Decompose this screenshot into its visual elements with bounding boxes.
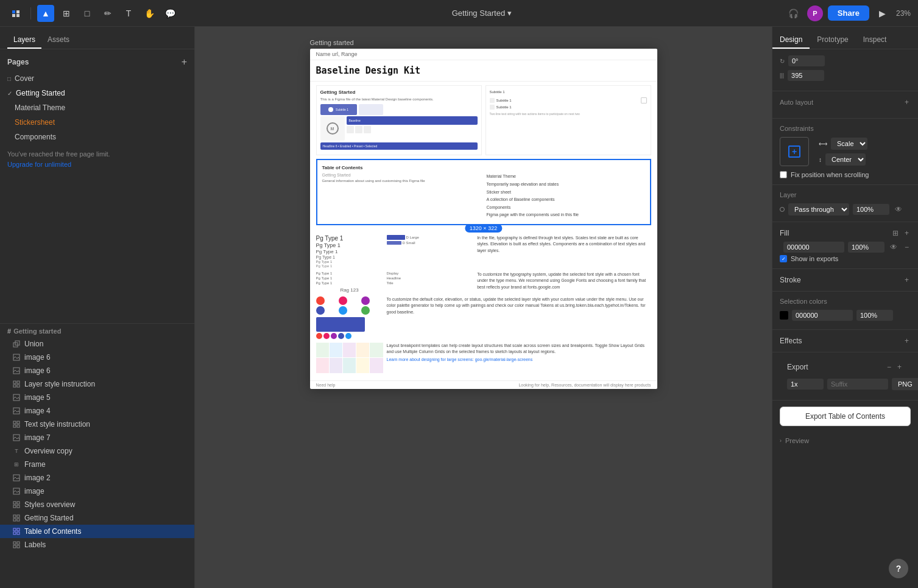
export-suffix-input[interactable] bbox=[827, 379, 888, 390]
canvas[interactable]: Getting started Name url, Range Baseline… bbox=[195, 27, 772, 588]
fill-visibility-btn[interactable]: 👁 bbox=[888, 242, 899, 252]
show-in-exports-checkbox[interactable] bbox=[780, 255, 787, 262]
fix-position-checkbox[interactable] bbox=[780, 171, 787, 178]
layout-link: Learn more about designing for large scr… bbox=[387, 357, 651, 362]
constraints-content: ⟷ Scale ↕ Center bbox=[780, 137, 911, 166]
export-format-select[interactable]: PNG bbox=[892, 378, 918, 390]
layer-name: Union bbox=[24, 340, 187, 348]
layer-name: image 6 bbox=[24, 353, 187, 362]
page-item-cover[interactable]: □ Cover bbox=[0, 71, 194, 86]
hand-tool-button[interactable]: ✋ bbox=[141, 5, 158, 22]
main-menu-button[interactable] bbox=[7, 5, 24, 22]
fill-color-input[interactable] bbox=[783, 242, 844, 253]
upgrade-link[interactable]: Upgrade for unlimited bbox=[7, 161, 71, 168]
free-limit-text: You've reached the free page limit. bbox=[7, 150, 110, 158]
size-input[interactable] bbox=[788, 70, 824, 81]
auto-layout-add[interactable]: + bbox=[903, 97, 911, 107]
export-table-of-contents-button[interactable]: Export Table of Contents bbox=[780, 407, 911, 426]
text-icon: T bbox=[12, 447, 21, 455]
layer-image[interactable]: image bbox=[0, 485, 194, 498]
stroke-add-btn[interactable]: + bbox=[903, 275, 911, 285]
export-scale-input[interactable] bbox=[787, 379, 824, 390]
headphone-button[interactable]: 🎧 bbox=[785, 5, 802, 22]
fill-remove-btn[interactable]: − bbox=[903, 242, 911, 252]
gs-icon-2 bbox=[355, 126, 362, 133]
shape-tool-button[interactable]: □ bbox=[79, 5, 96, 22]
layer-image6-2[interactable]: image 6 bbox=[0, 364, 194, 377]
col-7 bbox=[330, 358, 342, 373]
text-tool-button[interactable]: T bbox=[120, 5, 137, 22]
export-plus-btn[interactable]: + bbox=[895, 362, 903, 372]
layer-table-of-contents[interactable]: Table of Contents bbox=[0, 525, 194, 538]
page-item-getting-started[interactable]: ✓ Getting Started bbox=[0, 86, 194, 100]
layer-styles-row: To customize the default color, elevatio… bbox=[316, 296, 651, 339]
help-button[interactable]: ? bbox=[889, 559, 908, 578]
share-button[interactable]: Share bbox=[828, 5, 869, 21]
pen-tool-button[interactable]: ✏ bbox=[99, 5, 116, 22]
tab-prototype[interactable]: Prototype bbox=[810, 32, 855, 49]
toolbar-left: ▲ ⊞ □ ✏ T ✋ 💬 bbox=[7, 5, 178, 22]
page-item-components[interactable]: Components bbox=[0, 130, 194, 144]
add-page-button[interactable]: + bbox=[182, 57, 187, 68]
opacity-input[interactable] bbox=[853, 204, 889, 215]
layout-desc: Layout breakpoint templates can help cre… bbox=[387, 343, 651, 373]
tab-design[interactable]: Design bbox=[772, 32, 810, 49]
color-2 bbox=[339, 296, 347, 305]
sel-color-swatch[interactable] bbox=[780, 311, 788, 320]
layer-name: Overview copy bbox=[24, 447, 187, 455]
blend-mode-select[interactable]: Pass through bbox=[788, 203, 849, 215]
tab-layers[interactable]: Layers bbox=[7, 32, 41, 49]
layer-name: image 5 bbox=[24, 393, 187, 402]
layer-image6-1[interactable]: image 6 bbox=[0, 351, 194, 364]
type-scale-list: Pg Type 1 Pg Type 1 Pg Type 1 Pg Type 1 … bbox=[316, 235, 383, 268]
layer-image7[interactable]: image 7 bbox=[0, 431, 194, 444]
comment-tool-button[interactable]: 💬 bbox=[161, 5, 178, 22]
color-6 bbox=[361, 306, 370, 315]
union-icon bbox=[12, 340, 21, 348]
pages-title: Pages bbox=[7, 58, 29, 66]
layer-visibility-btn[interactable]: 👁 bbox=[893, 205, 904, 214]
stroke-label: Stroke bbox=[780, 276, 801, 284]
toc-item-4: A collection of Baseline components bbox=[487, 196, 645, 204]
frame-tool-button[interactable]: ⊞ bbox=[58, 5, 75, 22]
component-icon bbox=[12, 541, 21, 549]
layer-labels[interactable]: Labels bbox=[0, 538, 194, 551]
fill-plus-btn[interactable]: + bbox=[903, 228, 911, 238]
type-sizes: D Large D Small bbox=[387, 235, 474, 268]
layer-image5[interactable]: image 5 bbox=[0, 391, 194, 404]
layer-text-style[interactable]: Text style instruction bbox=[0, 418, 194, 431]
effects-add-btn[interactable]: + bbox=[903, 336, 911, 346]
image-icon bbox=[12, 474, 21, 482]
svg-rect-17 bbox=[17, 425, 19, 427]
fill-add-btn[interactable]: ⊞ bbox=[891, 228, 900, 238]
export-minus-btn[interactable]: − bbox=[885, 362, 893, 372]
page-item-stickersheet[interactable]: Stickersheet bbox=[0, 115, 194, 130]
layer-image4[interactable]: image 4 bbox=[0, 404, 194, 418]
layer-name: Text style instruction bbox=[24, 420, 187, 429]
fill-opacity-input[interactable] bbox=[848, 242, 884, 253]
avatar: P bbox=[807, 5, 823, 21]
svg-rect-25 bbox=[13, 515, 16, 517]
sel-color-input[interactable] bbox=[792, 310, 853, 321]
breadcrumb[interactable]: Getting Started ▾ bbox=[452, 9, 512, 18]
page-item-material-theme[interactable]: Material Theme bbox=[0, 100, 194, 115]
center-select[interactable]: Center bbox=[825, 153, 866, 166]
tab-assets[interactable]: Assets bbox=[41, 32, 76, 49]
effects-header: Effects + bbox=[780, 336, 911, 346]
layer-style-instruction[interactable]: Layer style instruction bbox=[0, 377, 194, 391]
layer-frame[interactable]: ⊞ Frame bbox=[0, 458, 194, 471]
layer-getting-started[interactable]: Getting Started bbox=[0, 511, 194, 525]
layer-image2[interactable]: image 2 bbox=[0, 471, 194, 485]
rotation-input[interactable] bbox=[788, 55, 825, 66]
layer-overview-copy[interactable]: T Overview copy bbox=[0, 444, 194, 458]
layer-styles-overview[interactable]: Styles overview bbox=[0, 498, 194, 511]
layer-union[interactable]: Union bbox=[0, 337, 194, 351]
footer-right: Looking for help, Resources, documentati… bbox=[518, 383, 651, 387]
toc-element[interactable]: Table of Contents Getting Started Genera… bbox=[316, 159, 651, 225]
sep-1 bbox=[30, 7, 31, 19]
play-button[interactable]: ▶ bbox=[874, 5, 891, 22]
move-tool-button[interactable]: ▲ bbox=[37, 5, 54, 22]
scale-select[interactable]: Scale bbox=[831, 138, 867, 150]
sel-opacity-input[interactable] bbox=[856, 310, 893, 321]
tab-inspect[interactable]: Inspect bbox=[856, 32, 894, 49]
